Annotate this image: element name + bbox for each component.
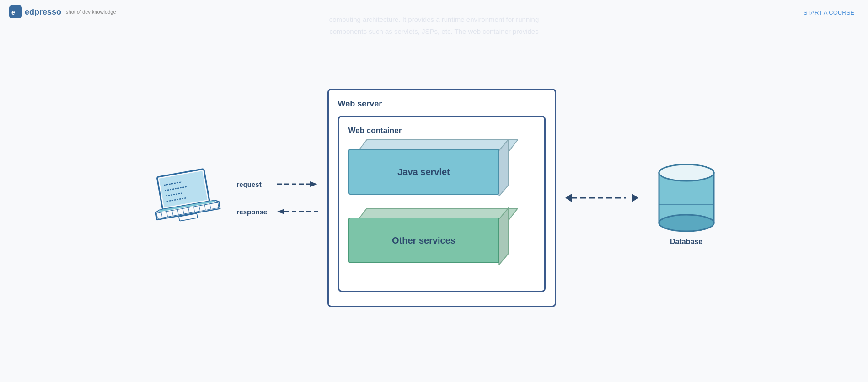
svg-marker-23 bbox=[277, 209, 284, 214]
logo-text: edpresso bbox=[25, 7, 61, 17]
svg-line-18 bbox=[210, 204, 211, 209]
svg-line-15 bbox=[193, 207, 194, 212]
svg-line-13 bbox=[182, 208, 183, 214]
laptop-section bbox=[150, 168, 223, 228]
request-arrow-row: request bbox=[237, 180, 323, 189]
database-icon bbox=[654, 150, 718, 232]
svg-marker-28 bbox=[498, 208, 508, 265]
svg-line-17 bbox=[204, 205, 205, 210]
svg-marker-29 bbox=[565, 194, 572, 202]
database-label: Database bbox=[670, 238, 702, 246]
response-arrow-row: response bbox=[237, 207, 323, 216]
java-servlet-label: Java servlet bbox=[397, 167, 450, 177]
svg-line-11 bbox=[172, 211, 173, 216]
svg-rect-3 bbox=[159, 171, 207, 207]
response-label: response bbox=[237, 208, 273, 216]
main-diagram: request response Web server Web containe… bbox=[0, 37, 868, 359]
request-arrow bbox=[277, 180, 323, 189]
svg-marker-22 bbox=[310, 181, 317, 187]
svg-marker-26 bbox=[498, 140, 508, 196]
laptop-icon bbox=[150, 168, 223, 228]
servlet-side-face bbox=[498, 139, 509, 196]
svg-marker-31 bbox=[632, 194, 638, 202]
logo-subtext: shot of dev knowledge bbox=[66, 9, 116, 15]
logo: e edpresso shot of dev knowledge bbox=[9, 5, 116, 18]
svg-point-34 bbox=[659, 164, 714, 181]
java-servlet-block: Java servlet bbox=[348, 149, 499, 195]
svg-line-16 bbox=[199, 206, 200, 211]
request-response-arrows: request response bbox=[237, 180, 323, 216]
svg-line-14 bbox=[188, 207, 189, 213]
services-front-face: Other services bbox=[348, 218, 499, 263]
services-side-face bbox=[498, 207, 509, 265]
database-section: Database bbox=[654, 150, 718, 246]
svg-line-10 bbox=[166, 212, 167, 217]
svg-text:e: e bbox=[11, 9, 15, 16]
background-text: computing architecture. It provides a ru… bbox=[274, 14, 594, 37]
svg-line-12 bbox=[177, 209, 178, 215]
web-server-label: Web server bbox=[338, 99, 546, 109]
db-arrow-section bbox=[565, 191, 638, 205]
other-services-block: Other services bbox=[348, 218, 499, 263]
svg-point-33 bbox=[659, 215, 714, 231]
response-arrow bbox=[277, 207, 323, 216]
other-services-label: Other services bbox=[392, 235, 455, 246]
request-label: request bbox=[237, 180, 273, 188]
top-right-link[interactable]: START A COURSE bbox=[804, 9, 854, 16]
web-server-box: Web server Web container Java servlet bbox=[327, 89, 556, 307]
logo-icon: e bbox=[9, 5, 22, 18]
svg-line-9 bbox=[161, 212, 162, 218]
web-container-label: Web container bbox=[348, 126, 535, 135]
servlet-front-face: Java servlet bbox=[348, 149, 499, 195]
web-container-box: Web container Java servlet bbox=[338, 116, 546, 292]
db-bidirectional-arrow bbox=[565, 191, 638, 205]
